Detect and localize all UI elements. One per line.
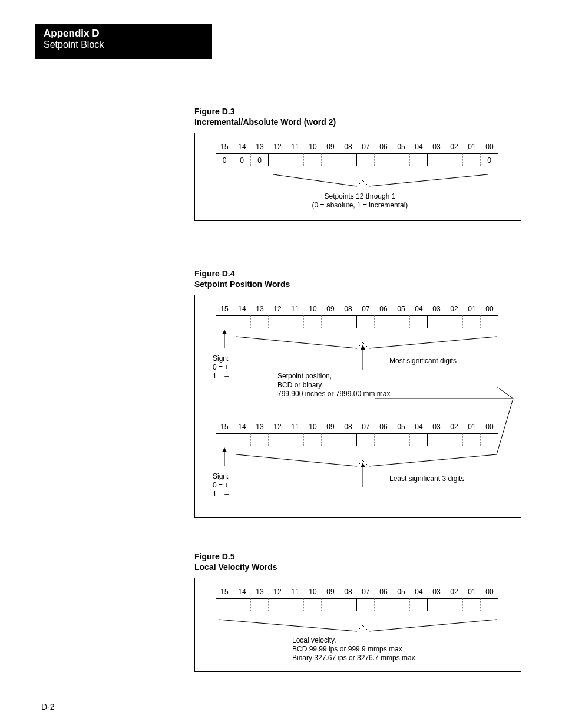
bit-cell [304,433,322,446]
fig-d3-note-line2: (0 = absolute, 1 = incremental) [277,201,442,210]
bit-header: 07 [357,305,375,313]
bit-cell [463,315,481,328]
bit-cell [445,153,463,166]
bit-cell [286,315,304,328]
bit-header: 03 [428,588,445,596]
bit-header: 10 [304,588,322,596]
svg-line-6 [236,337,357,348]
fig-d5-caption: Figure D.5 Local Velocity Words [194,551,277,572]
bit-cell [216,315,233,328]
bit-cell [410,153,428,166]
bit-header: 12 [269,305,286,313]
bit-cell [339,433,357,446]
fig-d4-sign-1: Sign: 0 = + 1 = – [213,354,229,381]
bit-cell [375,315,392,328]
svg-line-20 [369,454,497,466]
bit-header: 01 [463,588,481,596]
fig-d4-bit-headers-1: 15141312111009080706050403020100 [216,305,498,313]
bit-cell [233,433,251,446]
bit-cell [286,153,304,166]
bit-cell [375,598,392,611]
bit-header: 00 [481,305,498,313]
bit-cell [286,598,304,611]
bit-header: 06 [375,305,392,313]
bit-header: 08 [339,305,357,313]
fig-d4-sign-minus-1: 1 = – [213,372,229,381]
svg-line-1 [357,180,363,186]
bit-header: 09 [322,143,339,151]
fig-d5-box: 15141312111009080706050403020100 Local v… [194,578,521,672]
bit-header: 03 [428,305,445,313]
bit-header: 04 [410,423,428,431]
bit-header: 13 [251,588,269,596]
svg-line-3 [369,174,488,186]
fig-d4-sign-2: Sign: 0 = + 1 = – [213,472,229,499]
fig-d4-box: 15141312111009080706050403020100 [194,295,521,518]
bit-cell [251,598,269,611]
fig-d4-center-line3: 799.900 inches or 7999.00 mm max [277,390,390,398]
bit-cell [392,598,410,611]
bit-header: 13 [251,305,269,313]
bit-header: 14 [233,588,251,596]
bit-header: 15 [216,143,233,151]
fig-d4-right-bot: Least significant 3 digits [389,475,464,483]
bit-cell [410,315,428,328]
bit-cell [269,315,286,328]
bit-cell [357,433,375,446]
bit-header: 15 [216,305,233,313]
bit-cell [357,598,375,611]
svg-line-13 [497,387,513,398]
bit-cell [304,153,322,166]
bit-header: 05 [392,423,410,431]
bit-cell [481,598,498,611]
bit-header: 11 [286,305,304,313]
fig-d4-center-line1: Setpoint position, [277,372,390,381]
bit-header: 03 [428,143,445,151]
bit-cell [251,315,269,328]
bit-cell [410,598,428,611]
svg-line-18 [357,460,363,466]
fig-d4-sign-plus-1: 0 = + [213,363,229,372]
bit-cell [428,433,445,446]
bit-header: 00 [481,423,498,431]
bit-cell [463,598,481,611]
bit-header: 04 [410,143,428,151]
bit-cell [339,315,357,328]
bit-header: 01 [463,423,481,431]
bit-cell [392,315,410,328]
bit-cell: 0 [481,153,498,166]
bit-header: 03 [428,423,445,431]
header-tab: Appendix D Setpoint Block [35,24,212,59]
bit-header: 08 [339,143,357,151]
bit-header: 14 [233,423,251,431]
bit-header: 09 [322,588,339,596]
bit-cell [392,153,410,166]
fig-d4-caption: Figure D.4 Setpoint Position Words [194,268,290,289]
fig-d3-box: 15141312111009080706050403020100 0000 Se… [194,133,521,221]
bit-header: 13 [251,423,269,431]
svg-line-25 [363,625,369,631]
fig-d4-cells-2 [216,433,498,446]
fig-d5-cells [216,598,498,611]
bit-cell [251,433,269,446]
bit-cell [428,315,445,328]
bit-cell [233,598,251,611]
fig-d4-right-top: Most significant digits [389,357,457,365]
fig-d3-caption: Figure D.3 Incremental/Absolute Word (wo… [194,106,336,127]
fig-d4-number: Figure D.4 [194,268,290,279]
fig-d4-bit-headers-2: 15141312111009080706050403020100 [216,423,498,431]
bit-cell [357,315,375,328]
bit-cell: 0 [216,153,233,166]
svg-marker-16 [222,447,227,452]
fig-d4-center-note: Setpoint position, BCD or binary 799.900… [277,372,390,398]
bit-cell [322,598,339,611]
bit-cell [322,315,339,328]
bit-header: 12 [269,143,286,151]
bit-cell [481,315,498,328]
bit-cell: 0 [251,153,269,166]
fig-d4-cells-1 [216,315,498,328]
bit-header: 12 [269,423,286,431]
bit-header: 12 [269,588,286,596]
bit-cell [445,598,463,611]
bit-header: 11 [286,588,304,596]
